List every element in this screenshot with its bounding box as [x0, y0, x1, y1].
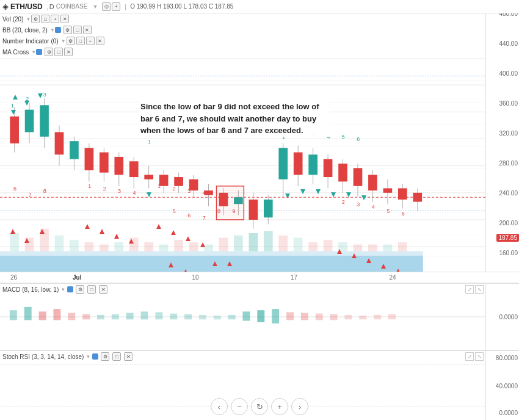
- vol-indicator-name: Vol (20): [2, 16, 23, 23]
- bb-camera-btn[interactable]: □: [73, 26, 82, 34]
- svg-rect-176: [184, 314, 192, 320]
- add-indicator-icon[interactable]: +: [112, 2, 120, 11]
- svg-rect-167: [53, 309, 60, 320]
- svg-rect-14: [10, 233, 19, 251]
- price-280: 280.00: [499, 160, 518, 167]
- bb-dropdown[interactable]: ▼: [50, 27, 55, 33]
- svg-rect-32: [278, 236, 288, 252]
- nav-refresh-btn[interactable]: ↻: [251, 398, 268, 415]
- nav-prev-btn[interactable]: ‹: [211, 398, 228, 415]
- svg-rect-98: [413, 193, 422, 202]
- timeline-26: 26: [10, 274, 17, 281]
- svg-rect-84: [308, 154, 318, 175]
- timeline-24: 24: [390, 274, 396, 281]
- price-200: 200.00: [499, 220, 518, 226]
- svg-rect-168: [68, 313, 75, 320]
- stoch-resize-btn-2[interactable]: ⤡: [475, 352, 484, 361]
- svg-rect-82: [294, 153, 303, 175]
- svg-rect-62: [144, 175, 153, 179]
- svg-rect-90: [354, 168, 363, 186]
- svg-text:8: 8: [43, 188, 46, 194]
- svg-rect-38: [368, 244, 377, 251]
- macd-resize-btn-2[interactable]: ⤡: [475, 285, 484, 294]
- svg-text:5: 5: [173, 208, 176, 214]
- price-240: 240.00: [499, 190, 518, 197]
- svg-rect-183: [286, 312, 294, 320]
- svg-rect-172: [126, 313, 134, 320]
- stoch-scale: 80.0000 40.0000 0.0000: [485, 351, 519, 420]
- num-dropdown[interactable]: ▼: [61, 38, 66, 44]
- ma-eye-btn[interactable]: [36, 49, 42, 55]
- svg-text:7: 7: [28, 192, 31, 198]
- svg-text:3: 3: [43, 92, 46, 98]
- macd-panel: MACD (8, 16, low, 1) ▼ ⚙ □ ✕: [0, 283, 519, 350]
- svg-rect-17: [55, 236, 64, 252]
- bb-settings-btn[interactable]: ⚙: [64, 26, 72, 34]
- svg-text:1: 1: [148, 139, 151, 145]
- svg-rect-30: [249, 233, 258, 251]
- svg-text:2: 2: [173, 186, 176, 192]
- num-add-btn[interactable]: +: [86, 37, 95, 45]
- svg-text:3: 3: [118, 188, 121, 194]
- svg-rect-86: [324, 159, 333, 177]
- stoch-resize-btn-1[interactable]: ⤢: [465, 352, 474, 361]
- separator: ,: [46, 3, 48, 10]
- vol-settings-btn[interactable]: ⚙: [31, 15, 40, 23]
- close-value: 187.85: [215, 3, 234, 10]
- num-settings-btn[interactable]: ⚙: [67, 37, 75, 45]
- dropdown-icon[interactable]: ▼: [92, 4, 98, 10]
- svg-rect-165: [24, 307, 32, 320]
- svg-rect-52: [70, 141, 79, 159]
- svg-text:3: 3: [187, 188, 191, 194]
- svg-rect-22: [129, 237, 139, 251]
- price-320: 320.00: [499, 130, 518, 137]
- ma-close-btn[interactable]: ✕: [64, 48, 73, 56]
- svg-rect-185: [316, 314, 323, 320]
- svg-rect-24: [159, 244, 169, 251]
- svg-rect-60: [129, 161, 139, 177]
- svg-text:6: 6: [13, 186, 16, 192]
- ma-camera-btn[interactable]: □: [54, 48, 63, 56]
- vol-dropdown[interactable]: ▼: [26, 16, 31, 22]
- compare-icon[interactable]: ◎: [102, 2, 111, 11]
- num-close-btn[interactable]: ✕: [96, 37, 104, 45]
- svg-rect-34: [308, 242, 318, 252]
- svg-rect-48: [40, 105, 49, 137]
- vol-add-btn[interactable]: +: [51, 15, 59, 23]
- svg-rect-184: [301, 313, 308, 320]
- price-400: 400.00: [499, 70, 518, 77]
- svg-rect-170: [97, 315, 104, 320]
- price-160: 160.00: [499, 250, 518, 256]
- timeline-jul: Jul: [73, 274, 81, 281]
- svg-text:5: 5: [387, 208, 390, 214]
- vol-camera-btn[interactable]: □: [41, 15, 49, 23]
- svg-rect-94: [383, 188, 393, 192]
- svg-text:4: 4: [203, 190, 206, 196]
- vol-close-btn[interactable]: ✕: [60, 15, 69, 23]
- nav-plus-btn[interactable]: +: [271, 398, 288, 415]
- ma-cross-indicator-row: MA Cross ▼ ⚙ □ ✕: [0, 46, 76, 57]
- ma-dropdown[interactable]: ▼: [31, 49, 36, 55]
- high-value: 193.00: [163, 3, 182, 10]
- chart-header: ◈ ETH/USD , D COINBASE ▼ ◎ + | O 190.99 …: [0, 0, 519, 13]
- svg-rect-171: [112, 314, 119, 320]
- nav-next-btn[interactable]: ›: [291, 398, 308, 415]
- svg-rect-58: [114, 157, 123, 175]
- svg-text:3: 3: [357, 201, 360, 208]
- svg-rect-88: [338, 164, 347, 181]
- ma-settings-btn[interactable]: ⚙: [45, 48, 53, 56]
- nav-plus-icon: +: [277, 402, 282, 411]
- timeline-10: 10: [192, 274, 199, 281]
- bb-eye-btn[interactable]: [55, 27, 61, 33]
- current-price-badge: 187.85: [496, 234, 519, 242]
- svg-rect-175: [170, 314, 177, 320]
- bb-close-btn[interactable]: ✕: [83, 26, 92, 34]
- nav-minus-btn[interactable]: −: [231, 398, 248, 415]
- svg-rect-188: [359, 316, 366, 319]
- nav-next-icon: ›: [299, 402, 301, 411]
- num-camera-btn[interactable]: □: [76, 37, 85, 45]
- svg-text:6: 6: [187, 212, 191, 219]
- macd-resize-btn-1[interactable]: ⤢: [465, 285, 474, 294]
- timeframe-label: D: [49, 3, 54, 10]
- svg-text:1: 1: [282, 134, 285, 140]
